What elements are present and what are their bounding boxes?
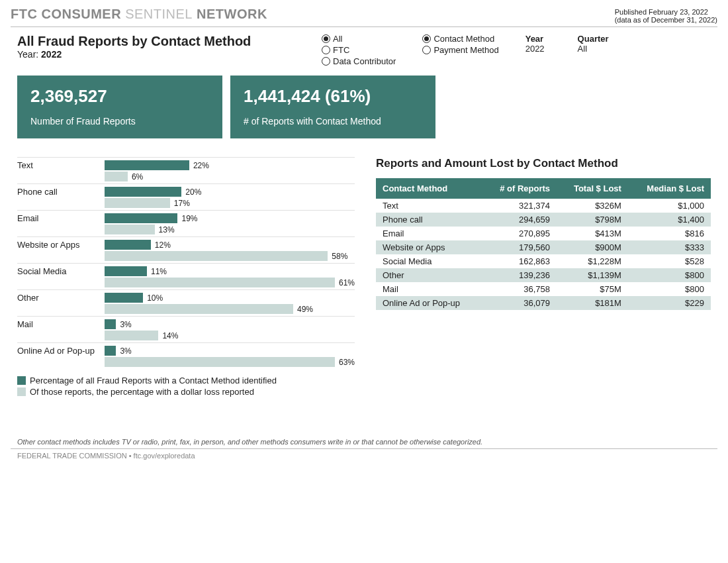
table-cell: 179,560 [482, 240, 557, 254]
bar-wrap: 3% [105, 346, 355, 356]
bar-wrap: 20% [105, 187, 355, 197]
top-header: FTC CONSUMER SENTINEL NETWORK Published … [11, 7, 717, 27]
filter-source-option[interactable]: Data Contributor [322, 56, 396, 66]
filter-info-group: Year2022QuarterAll [525, 34, 609, 54]
filter-method-option[interactable]: Payment Method [422, 45, 498, 55]
bar-row: Social Media11%61% [17, 263, 355, 289]
published-date: Published February 23, 2022 [615, 8, 717, 16]
filter-source-label: All [333, 34, 342, 44]
bar-category-label: Website or Apps [17, 238, 105, 250]
brand-title: FTC CONSUMER SENTINEL NETWORK [11, 7, 267, 22]
table-cell: Online Ad or Pop-up [376, 296, 482, 310]
table-cell: 36,758 [482, 282, 557, 296]
bar-pct-reports [105, 346, 116, 356]
table-cell: Text [376, 199, 482, 213]
bar-pct-loss [105, 278, 335, 287]
bar-value-label: 3% [120, 320, 131, 329]
legend-label-light: Of those reports, the percentage with a … [30, 387, 254, 397]
brand-part2: SENTINEL [125, 7, 193, 21]
table-row: Text321,374$326M$1,000 [376, 199, 711, 213]
table-cell: Mail [376, 282, 482, 296]
legend-row-light: Of those reports, the percentage with a … [17, 387, 355, 397]
table-cell: 162,863 [482, 254, 557, 268]
bar-pct-loss [105, 251, 328, 261]
bar-value-label: 58% [332, 252, 347, 261]
filter-method-label: Contact Method [433, 34, 494, 44]
filter-method-option[interactable]: Contact Method [422, 34, 498, 44]
table-row: Other139,236$1,139M$800 [376, 268, 711, 282]
table-cell: $900M [557, 240, 628, 254]
bar-category-label: Email [17, 212, 105, 223]
bar-pair: 19%13% [105, 212, 355, 234]
filter-info: Year2022 [525, 34, 545, 54]
bar-value-label: 3% [120, 346, 131, 356]
filter-source-label: FTC [333, 45, 349, 55]
published-block: Published February 23, 2022 (data as of … [615, 7, 717, 24]
table-cell: Phone call [376, 213, 482, 227]
table-row: Online Ad or Pop-up36,079$181M$229 [376, 296, 711, 310]
table-header: Median $ Lost [628, 178, 711, 199]
bar-wrap: 3% [105, 319, 355, 329]
table-cell: $181M [557, 296, 628, 310]
bar-category-label: Social Media [17, 265, 105, 276]
bar-pair: 10%49% [105, 291, 355, 314]
stat-total-reports-value: 2,369,527 [30, 86, 209, 107]
table-cell: $816 [628, 227, 711, 240]
bar-wrap: 22% [105, 160, 355, 170]
table-row: Website or Apps179,560$900M$333 [376, 240, 711, 254]
filter-info-label: Year [525, 34, 545, 44]
bar-pct-loss [105, 225, 155, 234]
filter-source-group: AllFTCData Contributor [322, 34, 396, 66]
data-as-of: (data as of December 31, 2022) [615, 16, 717, 24]
table-cell: $800 [628, 282, 711, 296]
reports-table: Contact Method# of ReportsTotal $ LostMe… [376, 178, 711, 310]
filter-info-value: 2022 [525, 44, 545, 54]
filter-source-label: Data Contributor [333, 56, 396, 66]
bar-pct-reports [105, 160, 189, 170]
table-cell: $1,139M [557, 268, 628, 282]
year-value: 2022 [41, 49, 62, 60]
table-cell: 270,895 [482, 227, 557, 240]
bar-pct-loss [105, 172, 128, 181]
bar-category-label: Online Ad or Pop-up [17, 344, 105, 356]
table-title: Reports and Amount Lost by Contact Metho… [376, 157, 711, 170]
table-cell: $798M [557, 213, 628, 227]
bar-pair: 12%58% [105, 238, 355, 261]
bar-pct-loss [105, 198, 170, 208]
bar-pct-reports [105, 213, 177, 223]
stat-card-total-reports: 2,369,527 Number of Fraud Reports [17, 76, 222, 138]
bar-row: Email19%13% [17, 210, 355, 236]
table-row: Social Media162,863$1,228M$528 [376, 254, 711, 268]
bar-pair: 3%63% [105, 344, 355, 367]
table-cell: 36,079 [482, 296, 557, 310]
bar-value-label: 12% [155, 240, 171, 250]
bar-category-label: Text [17, 159, 105, 170]
year-label: Year: [17, 49, 38, 60]
table-header: Contact Method [376, 178, 482, 199]
table-cell: $1,228M [557, 254, 628, 268]
stat-card-with-contact: 1,441,424 (61%) # of Reports with Contac… [230, 76, 435, 138]
legend-swatch-light [17, 387, 26, 396]
table-cell: $528 [628, 254, 711, 268]
bar-pct-loss [105, 304, 293, 314]
table-cell: 321,374 [482, 199, 557, 213]
bar-value-label: 10% [147, 293, 163, 303]
bar-row: Mail3%14% [17, 316, 355, 342]
radio-icon [322, 34, 330, 43]
filter-source-option[interactable]: FTC [322, 45, 396, 55]
filter-source-option[interactable]: All [322, 34, 396, 44]
bar-row: Other10%49% [17, 289, 355, 316]
bar-value-label: 6% [132, 172, 143, 181]
footer: FEDERAL TRADE COMMISSION • ftc.gov/explo… [11, 449, 717, 460]
bar-pair: 11%61% [105, 265, 355, 287]
bar-value-label: 61% [339, 278, 355, 287]
legend-swatch-dark [17, 376, 26, 385]
bar-wrap: 61% [105, 278, 355, 287]
table-cell: $1,000 [628, 199, 711, 213]
bar-pair: 3%14% [105, 318, 355, 340]
bar-wrap: 12% [105, 240, 355, 250]
table-cell: $800 [628, 268, 711, 282]
table-cell: $413M [557, 227, 628, 240]
radio-icon [322, 57, 330, 66]
table-header: Total $ Lost [557, 178, 628, 199]
